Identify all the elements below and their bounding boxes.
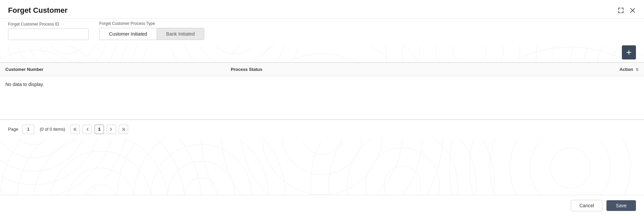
process-type-toggle: Customer Initiated Bank Initiated [99, 28, 204, 40]
expand-icon [618, 7, 624, 13]
forget-customer-modal: Forget Customer [0, 0, 644, 216]
prev-page-button[interactable] [83, 125, 92, 134]
prev-page-icon [86, 128, 89, 131]
process-id-group: Forget Customer Process ID [8, 22, 89, 40]
modal-footer: Cancel Save [0, 195, 644, 216]
process-type-group: Forget Customer Process Type Customer In… [99, 21, 204, 40]
modal-header: Forget Customer [0, 0, 644, 18]
col-header-action: Action ⇅ [483, 63, 644, 76]
first-page-icon [73, 128, 77, 131]
table-header: Customer Number Process Status Action ⇅ [0, 63, 644, 76]
table-body: No data to display. [0, 76, 644, 93]
first-page-button[interactable] [70, 125, 80, 134]
last-page-button[interactable] [119, 125, 128, 134]
data-table: Customer Number Process Status Action ⇅ … [0, 63, 644, 92]
modal-title: Forget Customer [8, 6, 67, 15]
page-number-input[interactable] [22, 125, 34, 134]
cancel-button[interactable]: Cancel [571, 200, 602, 211]
no-data-row: No data to display. [0, 76, 644, 93]
current-page-indicator: 1 [95, 125, 104, 134]
next-page-icon [110, 128, 113, 131]
close-icon [630, 8, 635, 13]
add-button[interactable]: + [622, 45, 636, 59]
sort-icon[interactable]: ⇅ [636, 68, 639, 72]
close-button[interactable] [629, 7, 636, 14]
customer-initiated-button[interactable]: Customer Initiated [100, 28, 157, 40]
pagination-info: (0 of 0 items) [40, 127, 65, 132]
process-id-label: Forget Customer Process ID [8, 22, 89, 27]
form-row: Forget Customer Process ID Forget Custom… [8, 21, 636, 40]
col-header-customer-number: Customer Number [0, 63, 225, 76]
no-data-message: No data to display. [0, 76, 644, 93]
col-header-process-status: Process Status [225, 63, 483, 76]
bank-initiated-button[interactable]: Bank Initiated [157, 28, 204, 40]
last-page-icon [122, 128, 125, 131]
expand-button[interactable] [617, 7, 625, 14]
add-btn-container: + [0, 45, 644, 62]
pagination: Page (0 of 0 items) 1 [0, 120, 644, 139]
process-type-label: Forget Customer Process Type [99, 21, 204, 26]
save-button[interactable]: Save [606, 200, 636, 211]
form-section: Forget Customer Process ID Forget Custom… [0, 18, 644, 45]
header-icons [617, 7, 636, 14]
table-container: Customer Number Process Status Action ⇅ … [0, 62, 644, 120]
page-label: Page [8, 127, 18, 132]
process-id-input[interactable] [8, 29, 89, 40]
spacer [0, 139, 644, 195]
modal-content: Forget Customer [0, 0, 644, 216]
next-page-button[interactable] [107, 125, 116, 134]
